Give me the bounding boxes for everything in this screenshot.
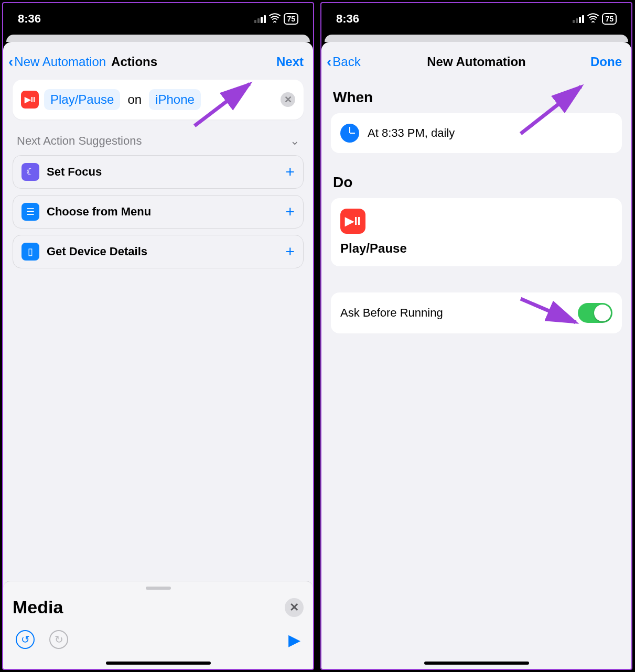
automation-sheet: ‹ Back New Automation Done When At 8:33 … [321, 42, 631, 669]
background-sheet [6, 35, 310, 42]
wifi-icon [587, 13, 599, 25]
media-drawer[interactable]: Media ✕ ↺ ↻ ▶ [3, 581, 313, 669]
ask-label: Ask Before Running [340, 306, 443, 320]
drawer-grabber[interactable] [146, 587, 171, 590]
undo-button[interactable]: ↺ [16, 630, 35, 649]
chevron-left-icon: ‹ [8, 53, 13, 70]
add-icon[interactable]: + [285, 243, 295, 261]
suggestion-label: Set Focus [47, 165, 102, 179]
suggestions-header-label: Next Action Suggestions [17, 134, 142, 148]
navbar: ‹ New Automation Actions Next [3, 42, 313, 80]
do-header: Do [333, 174, 622, 191]
redo-button[interactable]: ↻ [49, 630, 68, 649]
status-right: 75 [573, 13, 617, 25]
nav-back[interactable]: ‹ Back [327, 53, 361, 70]
menu-icon: ☰ [21, 203, 39, 221]
status-bar: 8:36 75 [3, 3, 313, 35]
do-card[interactable]: ▶II Play/Pause [331, 198, 622, 266]
ask-before-running-row[interactable]: Ask Before Running [331, 292, 622, 333]
action-token-device[interactable]: iPhone [149, 89, 201, 110]
drawer-header: Media ✕ [13, 597, 304, 617]
suggestion-label: Get Device Details [47, 245, 147, 258]
chevron-left-icon: ‹ [327, 53, 331, 70]
suggestion-set-focus[interactable]: ☾ Set Focus + [13, 155, 304, 189]
clear-action-button[interactable]: ✕ [281, 92, 295, 107]
status-time: 8:36 [336, 12, 359, 26]
navbar: ‹ Back New Automation Done [321, 42, 631, 80]
next-button[interactable]: Next [276, 55, 304, 69]
drawer-title: Media [13, 597, 63, 617]
actions-sheet: ‹ New Automation Actions Next ▶II Play/P… [3, 42, 313, 669]
do-label: Play/Pause [340, 241, 612, 256]
nav-back-label: New Automation [14, 55, 106, 69]
play-button[interactable]: ▶ [288, 631, 300, 649]
when-card[interactable]: At 8:33 PM, daily [331, 113, 622, 153]
suggestion-device-details[interactable]: ▯ Get Device Details + [13, 235, 304, 268]
close-drawer-button[interactable]: ✕ [285, 598, 304, 617]
content: When At 8:33 PM, daily Do ▶II Play/Pause… [321, 80, 631, 669]
add-icon[interactable]: + [285, 203, 295, 221]
play-pause-app-icon: ▶II [340, 209, 365, 234]
when-header: When [333, 89, 622, 106]
device-icon: ▯ [21, 243, 39, 261]
battery-icon: 75 [284, 13, 298, 25]
suggestion-label: Choose from Menu [47, 205, 151, 219]
action-on-text: on [125, 89, 144, 110]
nav-back-label: Back [332, 55, 360, 69]
action-token-playpause[interactable]: Play/Pause [44, 89, 120, 110]
when-text: At 8:33 PM, daily [368, 126, 455, 140]
chevron-down-icon: ⌄ [290, 134, 299, 148]
suggestions-header[interactable]: Next Action Suggestions ⌄ [13, 120, 304, 155]
signal-icon [254, 15, 266, 23]
add-icon[interactable]: + [285, 163, 295, 181]
nav-title: New Automation [321, 55, 631, 69]
play-pause-app-icon: ▶II [21, 91, 39, 109]
ask-toggle[interactable] [578, 303, 612, 323]
moon-icon: ☾ [21, 163, 39, 181]
phone-right: 8:36 75 ‹ Back New Automation Done When … [320, 2, 632, 670]
status-bar: 8:36 75 [321, 3, 631, 35]
status-right: 75 [254, 13, 298, 25]
home-indicator[interactable] [424, 662, 529, 665]
home-indicator[interactable] [106, 662, 211, 665]
background-sheet [325, 35, 628, 42]
nav-back[interactable]: ‹ New Automation [8, 53, 106, 70]
action-card[interactable]: ▶II Play/Pause on iPhone ✕ [13, 80, 304, 120]
clock-icon [340, 124, 359, 143]
phone-left: 8:36 75 ‹ New Automation Actions Next ▶I… [2, 2, 314, 670]
drawer-controls: ↺ ↻ ▶ [13, 617, 304, 657]
suggestion-choose-menu[interactable]: ☰ Choose from Menu + [13, 195, 304, 229]
signal-icon [573, 15, 584, 23]
nav-title: Actions [111, 55, 157, 69]
wifi-icon [269, 13, 281, 25]
battery-icon: 75 [602, 13, 617, 25]
status-time: 8:36 [18, 12, 41, 26]
done-button[interactable]: Done [590, 55, 622, 69]
